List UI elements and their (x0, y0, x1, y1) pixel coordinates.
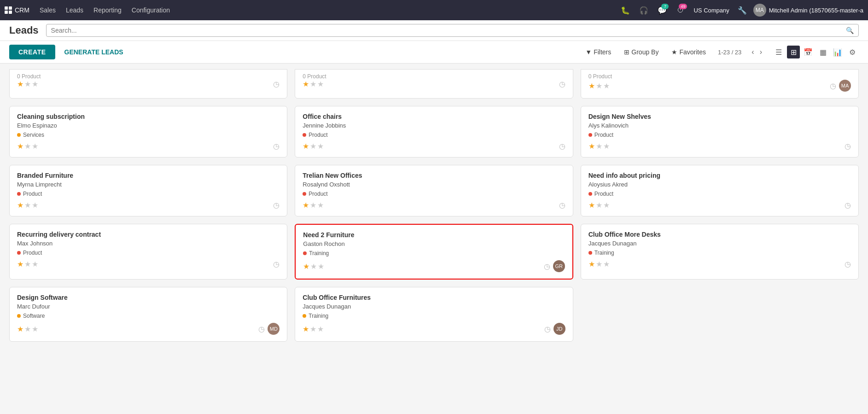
tag-dot (17, 251, 21, 255)
tag-dot (303, 133, 306, 137)
star-rating[interactable]: ★ ★ ★ (588, 260, 610, 268)
card-footer: ★ ★ ★ ◷ (303, 201, 565, 210)
kanban-card[interactable]: 0 Product ★ ★ ★ ◷ MA (581, 69, 859, 99)
nav-leads[interactable]: Leads (61, 5, 88, 16)
prev-page-button[interactable]: ‹ (750, 47, 756, 57)
cards-row-4: Design Software Marc Dufour Software ★ ★… (9, 287, 859, 342)
list-view-button[interactable]: ☰ (772, 46, 785, 58)
nav-configuration[interactable]: Configuration (127, 5, 175, 16)
kanban-card[interactable]: Club Office More Desks Jacques Dunagan T… (581, 224, 859, 280)
filters-button[interactable]: ▼ Filters (582, 47, 615, 58)
star-rating[interactable]: ★ ★ ★ (17, 80, 38, 88)
clock-icon[interactable]: ⏱ 49 (673, 3, 688, 17)
generate-leads-button[interactable]: GENERATE LEADS (60, 45, 128, 59)
grid-view-button[interactable]: ▦ (816, 46, 829, 58)
favorites-button[interactable]: ★ Favorites (668, 47, 710, 58)
schedule-icon[interactable]: ◷ (830, 82, 836, 90)
kanban-card[interactable]: Cleaning subscription Elmo Espinazo Serv… (9, 106, 287, 157)
app-logo[interactable]: CRM (5, 6, 29, 14)
schedule-icon[interactable]: ◷ (845, 201, 851, 210)
card-footer: ★ ★ ★ ◷ (588, 142, 851, 151)
schedule-icon[interactable]: ◷ (273, 260, 280, 268)
chat-icon[interactable]: 💬 7 (655, 3, 670, 17)
search-icon: 🔍 (846, 27, 854, 34)
bug-icon[interactable]: 🐛 (618, 3, 633, 17)
card-tag: Training (588, 250, 851, 256)
create-button[interactable]: CREATE (9, 45, 55, 59)
kanban-card[interactable]: 0 Product ★ ★ ★ ◷ (295, 69, 573, 99)
card-person: Gaston Rochon (303, 240, 565, 247)
star-rating[interactable]: ★ ★ ★ (303, 325, 324, 333)
user-menu[interactable]: MA Mitchell Admin (18570655-master-a (753, 4, 863, 17)
card-title: Office chairs (303, 113, 565, 120)
tag-dot (303, 192, 306, 196)
card-tag-label: 0 Product (303, 70, 565, 80)
nav-reporting[interactable]: Reporting (89, 5, 126, 16)
kanban-view-button[interactable]: ⊞ (787, 46, 800, 58)
card-tag: Product (303, 191, 565, 197)
card-footer: ★ ★ ★ ◷ (17, 201, 280, 210)
card-footer: ★ ★ ★ ◷ MD (17, 323, 280, 335)
star-rating[interactable]: ★ ★ ★ (588, 82, 610, 90)
star-1: ★ (17, 201, 23, 210)
next-page-button[interactable]: › (758, 47, 764, 57)
star-rating[interactable]: ★ ★ ★ (588, 201, 610, 210)
schedule-icon[interactable]: ◷ (544, 262, 550, 271)
nav-sales[interactable]: Sales (35, 5, 60, 16)
kanban-card-highlighted[interactable]: Need 2 Furniture Gaston Rochon Training … (295, 224, 573, 280)
kanban-card[interactable]: Office chairs Jennine Jobbins Product ★ … (295, 106, 573, 157)
kanban-card[interactable]: 0 Product ★ ★ ★ ◷ (9, 69, 287, 99)
card-actions: ◷ MD (258, 323, 280, 335)
calendar-view-button[interactable]: 📅 (802, 46, 815, 58)
card-title: Design New Shelves (588, 113, 851, 120)
star-rating[interactable]: ★ ★ ★ (303, 262, 324, 271)
star-rating[interactable]: ★ ★ ★ (17, 142, 38, 151)
schedule-icon[interactable]: ◷ (273, 201, 280, 210)
schedule-icon[interactable]: ◷ (273, 80, 280, 88)
chart-view-button[interactable]: 📊 (831, 46, 844, 58)
search-input[interactable] (51, 27, 846, 34)
star-rating[interactable]: ★ ★ ★ (17, 201, 38, 210)
star-rating[interactable]: ★ ★ ★ (303, 201, 324, 210)
avatar: MD (268, 323, 280, 335)
schedule-icon[interactable]: ◷ (559, 201, 565, 210)
star-2: ★ (596, 260, 602, 268)
schedule-icon[interactable]: ◷ (845, 260, 851, 268)
kanban-card[interactable]: Trelian New Offices Rosalynd Oxshott Pro… (295, 165, 573, 216)
star-3: ★ (318, 262, 324, 271)
groupby-button[interactable]: ⊞ Group By (620, 47, 662, 58)
kanban-card[interactable]: Recurring delivery contract Max Johnson … (9, 224, 287, 280)
clock-badge: 49 (679, 4, 687, 9)
card-title: Trelian New Offices (303, 172, 565, 179)
card-footer: ★ ★ ★ ◷ JD (303, 323, 565, 335)
wrench-icon[interactable]: 🔧 (735, 3, 750, 17)
star-rating[interactable]: ★ ★ ★ (303, 142, 324, 151)
kanban-card[interactable]: Branded Furniture Myrna Limprecht Produc… (9, 165, 287, 216)
cards-row-2: Branded Furniture Myrna Limprecht Produc… (9, 165, 859, 216)
schedule-icon[interactable]: ◷ (273, 142, 280, 151)
star-rating[interactable]: ★ ★ ★ (588, 142, 610, 151)
star-2: ★ (310, 201, 316, 210)
search-bar[interactable]: 🔍 (46, 24, 859, 37)
schedule-icon[interactable]: ◷ (559, 142, 565, 151)
headset-icon[interactable]: 🎧 (636, 3, 651, 17)
star-rating[interactable]: ★ ★ ★ (17, 260, 38, 268)
card-actions: ◷ MA (830, 80, 851, 92)
schedule-icon[interactable]: ◷ (258, 325, 265, 333)
schedule-icon[interactable]: ◷ (845, 142, 851, 151)
star-2: ★ (310, 142, 316, 151)
star-3: ★ (32, 142, 38, 151)
star-1: ★ (303, 80, 309, 88)
kanban-card[interactable]: Design New Shelves Alys Kalinovich Produ… (581, 106, 859, 157)
star-2: ★ (24, 142, 31, 151)
schedule-icon[interactable]: ◷ (544, 325, 551, 333)
kanban-card[interactable]: Need info about pricing Aloysius Akred P… (581, 165, 859, 216)
user-name: Mitchell Admin (18570655-master-a (769, 7, 863, 14)
settings-view-button[interactable]: ⚙ (846, 46, 859, 58)
star-rating[interactable]: ★ ★ ★ (17, 325, 38, 333)
star-rating[interactable]: ★ ★ ★ (303, 80, 324, 88)
card-person: Jacques Dunagan (303, 303, 565, 310)
schedule-icon[interactable]: ◷ (559, 80, 565, 88)
kanban-card[interactable]: Club Office Furnitures Jacques Dunagan T… (295, 287, 573, 342)
kanban-card[interactable]: Design Software Marc Dufour Software ★ ★… (9, 287, 287, 342)
